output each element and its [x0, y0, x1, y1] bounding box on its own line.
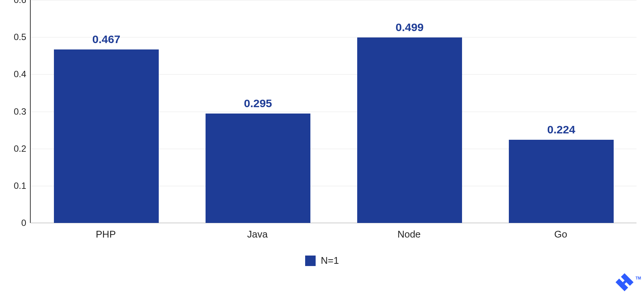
bar-java: 0.295 [206, 114, 310, 223]
xtick-label: Java [182, 229, 333, 240]
xtick-label: PHP [30, 229, 182, 240]
ytick-label: 0.6 [4, 0, 26, 5]
legend-label: N=1 [321, 255, 339, 266]
bar-php: 0.467 [54, 49, 159, 223]
legend: N=1 [0, 255, 644, 266]
data-label: 0.467 [54, 33, 159, 49]
ytick-label: 0.4 [4, 69, 26, 79]
toptal-logo-icon [613, 273, 636, 295]
xtick-label: Go [485, 229, 637, 240]
ytick-label: 0.1 [4, 181, 26, 191]
bar-chart: 0 0.1 0.2 0.3 0.4 0.5 0.6 0.467 0.295 [0, 0, 644, 302]
ytick-label: 0 [4, 218, 26, 228]
ytick-label: 0.3 [4, 106, 26, 117]
bar-go: 0.224 [509, 140, 614, 223]
trademark-label: TM [636, 276, 641, 280]
bar-node: 0.499 [357, 37, 462, 223]
data-label: 0.295 [206, 97, 310, 114]
plot-area: 0.467 0.295 0.499 0.224 [30, 0, 637, 223]
data-label: 0.499 [357, 21, 462, 37]
ytick-label: 0.5 [4, 32, 26, 42]
bars-container: 0.467 0.295 0.499 0.224 [31, 0, 637, 223]
xtick-label: Node [333, 229, 485, 240]
ytick-label: 0.2 [4, 144, 26, 154]
data-label: 0.224 [509, 123, 614, 140]
legend-swatch [305, 256, 316, 266]
